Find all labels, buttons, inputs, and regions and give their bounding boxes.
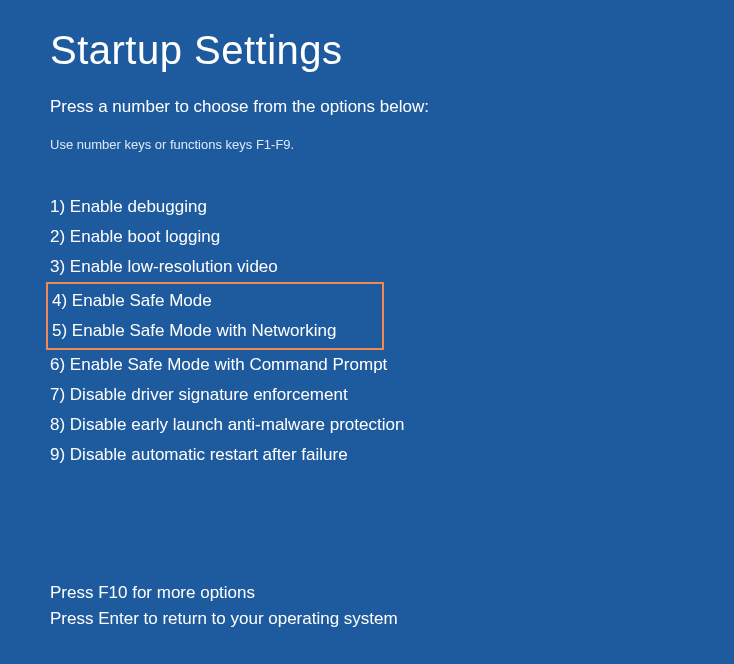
options-list: 1) Enable debugging2) Enable boot loggin… [50,192,684,470]
footer-return: Press Enter to return to your operating … [50,606,684,632]
page-title: Startup Settings [50,28,684,73]
option-4[interactable]: 4) Enable Safe Mode [52,286,378,316]
footer-more-options: Press F10 for more options [50,580,684,606]
option-3[interactable]: 3) Enable low-resolution video [50,252,684,282]
option-6[interactable]: 6) Enable Safe Mode with Command Prompt [50,350,684,380]
hint-text: Use number keys or functions keys F1-F9. [50,137,684,152]
option-2[interactable]: 2) Enable boot logging [50,222,684,252]
option-9[interactable]: 9) Disable automatic restart after failu… [50,440,684,470]
option-7[interactable]: 7) Disable driver signature enforcement [50,380,684,410]
subtitle: Press a number to choose from the option… [50,97,684,117]
highlight-box: 4) Enable Safe Mode5) Enable Safe Mode w… [46,282,384,350]
option-5[interactable]: 5) Enable Safe Mode with Networking [52,316,378,346]
option-8[interactable]: 8) Disable early launch anti-malware pro… [50,410,684,440]
startup-settings-screen: Startup Settings Press a number to choos… [0,0,734,664]
option-1[interactable]: 1) Enable debugging [50,192,684,222]
footer: Press F10 for more options Press Enter t… [50,580,684,632]
